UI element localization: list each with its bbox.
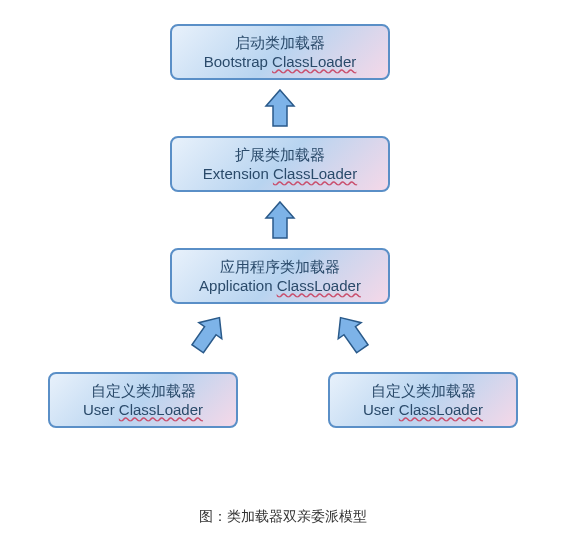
- arrow-userright-to-application: [330, 312, 374, 356]
- arrow-userleft-to-application: [186, 312, 230, 356]
- node-user-right-cn: 自定义类加载器: [371, 381, 476, 401]
- node-application-en: Application ClassLoader: [199, 276, 361, 296]
- node-bootstrap: 启动类加载器 Bootstrap ClassLoader: [170, 24, 390, 80]
- node-extension: 扩展类加载器 Extension ClassLoader: [170, 136, 390, 192]
- node-user-left: 自定义类加载器 User ClassLoader: [48, 372, 238, 428]
- node-extension-en: Extension ClassLoader: [203, 164, 357, 184]
- node-bootstrap-en: Bootstrap ClassLoader: [204, 52, 357, 72]
- node-user-right-en: User ClassLoader: [363, 400, 483, 420]
- diagram-caption: 图：类加载器双亲委派模型: [0, 508, 566, 526]
- node-application-cn: 应用程序类加载器: [220, 257, 340, 277]
- node-application: 应用程序类加载器 Application ClassLoader: [170, 248, 390, 304]
- node-user-left-en: User ClassLoader: [83, 400, 203, 420]
- arrow-application-to-extension: [260, 200, 300, 240]
- arrow-extension-to-bootstrap: [260, 88, 300, 128]
- node-extension-cn: 扩展类加载器: [235, 145, 325, 165]
- node-user-left-cn: 自定义类加载器: [91, 381, 196, 401]
- node-bootstrap-cn: 启动类加载器: [235, 33, 325, 53]
- node-user-right: 自定义类加载器 User ClassLoader: [328, 372, 518, 428]
